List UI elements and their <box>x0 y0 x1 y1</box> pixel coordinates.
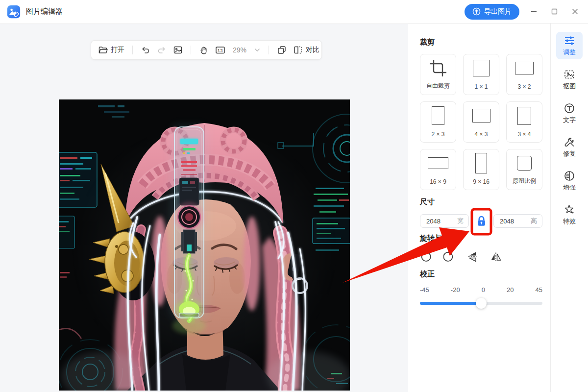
minimize-button[interactable] <box>527 5 540 18</box>
toolbar-divider <box>132 46 133 54</box>
effects-star-icon <box>564 204 575 216</box>
export-icon <box>472 7 481 16</box>
compare-label: 对比 <box>306 46 319 54</box>
ratio-original-shape <box>517 156 532 171</box>
width-input[interactable] <box>426 218 452 225</box>
lock-icon <box>476 215 487 227</box>
canvas-image <box>59 99 350 391</box>
width-suffix: 宽 <box>457 217 464 225</box>
ratio-1x1-shape <box>473 60 490 76</box>
canvas-toolbar: 打开 1:1 29% <box>91 40 322 60</box>
duplicate-icon[interactable] <box>277 45 287 55</box>
ratio-2x3-shape <box>432 106 444 125</box>
sidebar-item-adjust[interactable]: 调整 <box>556 32 583 59</box>
sidebar-item-text[interactable]: 文字 <box>556 99 583 127</box>
undo-icon[interactable] <box>141 45 150 55</box>
sliders-icon <box>564 35 575 47</box>
rotate-left-icon[interactable] <box>420 251 431 262</box>
height-suffix: 高 <box>531 217 537 225</box>
flip-horizontal-icon[interactable] <box>490 251 501 262</box>
height-field[interactable]: 高 <box>493 214 542 228</box>
close-button[interactable] <box>568 5 581 18</box>
open-button[interactable]: 打开 <box>98 45 124 55</box>
sidebar-item-label: 增强 <box>563 183 576 192</box>
sidebar-item-label: 文字 <box>563 116 576 124</box>
rotate-section-title: 旋转与翻转 <box>420 234 542 242</box>
enhance-icon <box>564 170 575 182</box>
ratio-16x9-shape <box>428 157 448 169</box>
titlebar: 图片编辑器 导出图片 <box>0 0 588 24</box>
free-crop-icon <box>429 59 447 77</box>
rotate-right-icon[interactable] <box>443 251 454 262</box>
maximize-button[interactable] <box>548 5 561 18</box>
tick-label: 0 <box>482 286 485 294</box>
crop-option-9x16[interactable]: 9 × 16 <box>463 149 499 190</box>
image-editor-window: 图片编辑器 导出图片 <box>0 0 588 392</box>
ratio-3x4-shape <box>517 107 531 125</box>
canvas-area: 打开 1:1 29% <box>0 24 408 392</box>
sidebar-item-label: 调整 <box>563 48 576 57</box>
adjust-panel: 裁剪 自由裁剪 1 × 1 3 × 2 <box>408 24 550 392</box>
size-section-title: 尺寸 <box>420 198 542 206</box>
slider-fill <box>420 302 481 305</box>
height-input[interactable] <box>500 218 525 225</box>
compare-button[interactable]: 对比 <box>293 45 319 55</box>
sidebar-item-effects[interactable]: 特效 <box>556 201 583 228</box>
rotate-flip-row <box>420 251 542 263</box>
crop-option-free[interactable]: 自由裁剪 <box>420 54 456 95</box>
insert-image-icon[interactable] <box>173 45 183 55</box>
cutout-icon <box>564 69 575 80</box>
sidebar-item-cutout[interactable]: 抠图 <box>556 66 583 93</box>
sidebar-item-label: 修复 <box>563 149 576 158</box>
sidebar-item-repair[interactable]: 修复 <box>556 133 583 161</box>
tool-sidebar: 调整 抠图 文字 修复 <box>550 24 588 392</box>
width-field[interactable]: 宽 <box>420 214 469 228</box>
slider-handle[interactable] <box>476 298 487 309</box>
straighten-slider[interactable] <box>420 298 542 309</box>
tick-label: 45 <box>535 286 542 294</box>
straighten-section-title: 校正 <box>420 270 542 278</box>
minimize-icon <box>531 8 537 15</box>
pan-tool-icon[interactable] <box>199 45 209 55</box>
crop-option-original[interactable]: 原图比例 <box>506 149 542 190</box>
size-row: 宽 高 <box>420 214 542 228</box>
toolbar-divider <box>191 46 191 54</box>
compare-icon <box>293 45 303 55</box>
redo-icon[interactable] <box>157 45 167 55</box>
crop-option-3x2[interactable]: 3 × 2 <box>506 54 542 95</box>
ratio-9x16-shape <box>475 153 487 173</box>
aspect-lock-button[interactable] <box>469 215 493 227</box>
text-icon <box>564 102 575 114</box>
chevron-down-icon[interactable] <box>254 47 261 53</box>
actual-size-icon[interactable]: 1:1 <box>215 45 225 55</box>
crop-option-3x4[interactable]: 3 × 4 <box>506 101 542 143</box>
folder-icon <box>98 45 108 55</box>
app-icon <box>7 5 21 19</box>
maximize-icon <box>551 8 558 15</box>
flip-vertical-icon[interactable] <box>467 251 478 262</box>
close-icon <box>572 8 578 15</box>
crop-ratio-grid: 自由裁剪 1 × 1 3 × 2 2 × 3 4 × 3 3 × 4 <box>420 54 542 190</box>
crop-section-title: 裁剪 <box>420 38 542 46</box>
zoom-level[interactable]: 29% <box>233 46 246 54</box>
crop-option-2x3[interactable]: 2 × 3 <box>420 101 456 143</box>
export-label: 导出图片 <box>484 7 512 16</box>
toolbar-divider <box>269 46 269 54</box>
sidebar-item-label: 抠图 <box>563 82 576 91</box>
ratio-3x2-shape <box>515 62 534 74</box>
open-label: 打开 <box>111 46 124 54</box>
tick-label: -45 <box>420 286 429 294</box>
crop-option-4x3[interactable]: 4 × 3 <box>463 101 499 143</box>
tick-label: -20 <box>451 286 460 294</box>
tick-label: 20 <box>507 286 514 294</box>
app-title: 图片编辑器 <box>26 7 63 16</box>
export-button[interactable]: 导出图片 <box>465 4 519 20</box>
repair-tools-icon <box>564 136 575 148</box>
straighten-ticks: -45 -20 0 20 45 <box>420 286 542 294</box>
ratio-4x3-shape <box>472 109 490 122</box>
crop-option-16x9[interactable]: 16 × 9 <box>420 149 456 190</box>
svg-text:1:1: 1:1 <box>218 48 223 52</box>
sidebar-item-enhance[interactable]: 增强 <box>556 167 583 195</box>
sidebar-item-label: 特效 <box>563 217 576 226</box>
crop-option-1x1[interactable]: 1 × 1 <box>463 54 499 95</box>
